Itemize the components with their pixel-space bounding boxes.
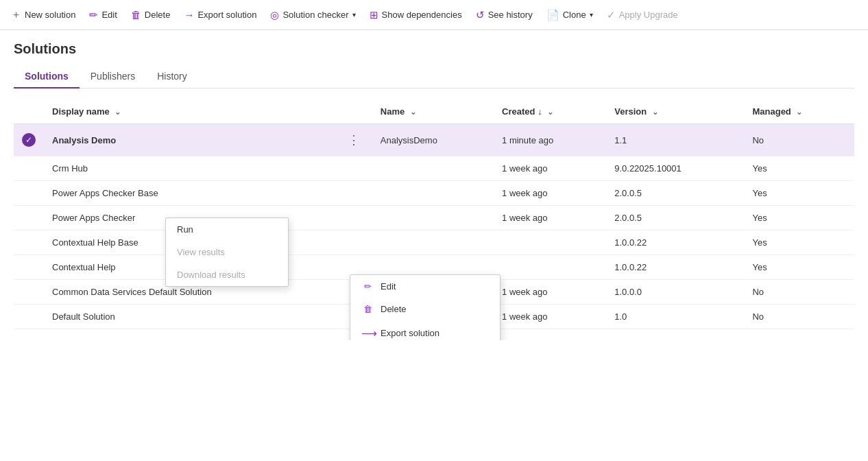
table-row[interactable]: Contextual Help Base 1.0.0.22 Yes bbox=[14, 230, 854, 255]
context-delete-icon: 🗑 bbox=[361, 304, 374, 314]
managed-cell: Yes bbox=[744, 255, 854, 280]
solution-checker-toolbar-icon: ◎ bbox=[270, 9, 279, 21]
edit-pencil-icon: ✏ bbox=[89, 9, 98, 21]
row-selector[interactable] bbox=[14, 156, 44, 181]
created-cell: 1 minute ago bbox=[494, 124, 606, 156]
version-cell: 2.0.0.5 bbox=[606, 206, 744, 230]
dependencies-toolbar-icon: ⊞ bbox=[370, 9, 378, 21]
export-solution-button[interactable]: → Export solution bbox=[178, 6, 262, 23]
version-cell: 1.0.0.22 bbox=[606, 230, 744, 255]
created-sort-icon: ⌄ bbox=[547, 108, 553, 116]
clone-toolbar-icon: 📄 bbox=[546, 9, 559, 21]
created-header[interactable]: Created ↓ ⌄ bbox=[494, 99, 606, 124]
name-sort-icon: ⌄ bbox=[410, 108, 416, 116]
managed-cell: Yes bbox=[744, 206, 854, 230]
tab-solutions[interactable]: Solutions bbox=[14, 65, 80, 88]
table-row[interactable]: Crm Hub 1 week ago 9.0.22025.10001 Yes bbox=[14, 156, 854, 181]
clone-chevron-icon: ▾ bbox=[590, 11, 593, 19]
row-selector[interactable] bbox=[14, 255, 44, 280]
tabs-container: Solutions Publishers History bbox=[14, 65, 854, 88]
created-cell bbox=[494, 230, 606, 255]
plus-icon: ＋ bbox=[11, 8, 21, 21]
row-selector[interactable] bbox=[14, 280, 44, 305]
row-selector[interactable] bbox=[14, 181, 44, 206]
page-content: Solutions Solutions Publishers History D… bbox=[0, 30, 868, 340]
row-selector[interactable] bbox=[14, 305, 44, 329]
version-cell: 9.0.22025.10001 bbox=[606, 156, 744, 181]
managed-cell: Yes bbox=[744, 181, 854, 206]
row-selector[interactable] bbox=[14, 206, 44, 230]
managed-cell: Yes bbox=[744, 156, 854, 181]
name-cell bbox=[372, 206, 494, 230]
row-more-button[interactable]: ⋮ bbox=[343, 131, 364, 149]
submenu-download-results[interactable]: Download results bbox=[166, 263, 288, 286]
context-delete[interactable]: 🗑 Delete bbox=[350, 298, 500, 320]
more-cell[interactable] bbox=[335, 156, 372, 181]
version-header[interactable]: Version ⌄ bbox=[606, 99, 744, 124]
more-cell[interactable] bbox=[335, 206, 372, 230]
created-cell: 1 week ago bbox=[494, 305, 606, 329]
name-cell bbox=[372, 156, 494, 181]
row-selector[interactable]: ✓ bbox=[14, 124, 44, 156]
row-selector[interactable] bbox=[14, 230, 44, 255]
select-all-header[interactable] bbox=[14, 99, 44, 124]
see-history-button[interactable]: ↺ See history bbox=[470, 6, 538, 24]
display-name-cell: Default Solution bbox=[44, 305, 335, 329]
delete-button[interactable]: 🗑 Delete bbox=[125, 6, 176, 23]
managed-sort-icon: ⌄ bbox=[796, 108, 802, 116]
display-name-header[interactable]: Display name ⌄ bbox=[44, 99, 335, 124]
display-name-sort-icon: ⌄ bbox=[114, 108, 121, 116]
created-cell: 1 week ago bbox=[494, 181, 606, 206]
context-export[interactable]: ⟶ Export solution bbox=[350, 320, 500, 340]
solution-checker-submenu: Run View results Download results bbox=[165, 217, 289, 287]
created-cell: 1 week ago bbox=[494, 280, 606, 305]
solution-checker-button[interactable]: ◎ Solution checker ▾ bbox=[265, 6, 361, 24]
context-edit[interactable]: ✏ Edit bbox=[350, 275, 500, 298]
table-row[interactable]: Power Apps Checker 1 week ago 2.0.0.5 Ye… bbox=[14, 206, 854, 230]
submenu-run[interactable]: Run bbox=[166, 218, 288, 241]
name-cell bbox=[372, 181, 494, 206]
more-cell[interactable] bbox=[335, 181, 372, 206]
history-toolbar-icon: ↺ bbox=[476, 9, 485, 21]
more-header bbox=[335, 99, 372, 124]
managed-header[interactable]: Managed ⌄ bbox=[744, 99, 854, 124]
display-name-cell: Crm Hub bbox=[44, 156, 335, 181]
more-cell[interactable] bbox=[335, 230, 372, 255]
clone-button[interactable]: 📄 Clone ▾ bbox=[541, 6, 599, 24]
apply-upgrade-toolbar-button[interactable]: ✓ Apply Upgrade bbox=[601, 6, 684, 24]
created-cell bbox=[494, 255, 606, 280]
table-row[interactable]: ✓ Analysis Demo ⋮ AnalysisDemo 1 minute … bbox=[14, 124, 854, 156]
version-cell: 1.0.0.0 bbox=[606, 280, 744, 305]
more-cell[interactable]: ⋮ bbox=[335, 124, 372, 156]
managed-cell: No bbox=[744, 280, 854, 305]
version-cell: 1.1 bbox=[606, 124, 744, 156]
name-header[interactable]: Name ⌄ bbox=[372, 99, 494, 124]
context-edit-icon: ✏ bbox=[361, 281, 374, 292]
toolbar: ＋ New solution ✏ Edit 🗑 Delete → Export … bbox=[0, 0, 868, 30]
apply-upgrade-toolbar-icon: ✓ bbox=[607, 9, 616, 21]
managed-cell: Yes bbox=[744, 230, 854, 255]
display-name-cell: Power Apps Checker Base bbox=[44, 181, 335, 206]
name-cell bbox=[372, 230, 494, 255]
delete-trash-icon: 🗑 bbox=[131, 9, 141, 21]
created-cell: 1 week ago bbox=[494, 156, 606, 181]
tab-publishers[interactable]: Publishers bbox=[80, 65, 146, 88]
new-solution-button[interactable]: ＋ New solution bbox=[5, 5, 81, 24]
context-menu: ✏ Edit 🗑 Delete ⟶ Export solution ◎ Solu… bbox=[350, 274, 501, 340]
submenu-view-results[interactable]: View results bbox=[166, 241, 288, 263]
solutions-table-container: Display name ⌄ Name ⌄ Created ↓ ⌄ Versio… bbox=[14, 99, 854, 329]
page-title: Solutions bbox=[14, 41, 854, 57]
table-row[interactable]: Power Apps Checker Base 1 week ago 2.0.0… bbox=[14, 181, 854, 206]
display-name-cell: Analysis Demo bbox=[44, 124, 335, 156]
managed-cell: No bbox=[744, 305, 854, 329]
export-arrow-icon: → bbox=[184, 9, 194, 21]
created-cell: 1 week ago bbox=[494, 206, 606, 230]
context-export-icon: ⟶ bbox=[361, 327, 374, 340]
edit-button[interactable]: ✏ Edit bbox=[84, 6, 122, 24]
version-sort-icon: ⌄ bbox=[652, 108, 658, 116]
managed-cell: No bbox=[744, 124, 854, 156]
tab-history[interactable]: History bbox=[146, 65, 198, 88]
version-cell: 1.0 bbox=[606, 305, 744, 329]
version-cell: 1.0.0.22 bbox=[606, 255, 744, 280]
show-dependencies-button[interactable]: ⊞ Show dependencies bbox=[364, 6, 468, 24]
